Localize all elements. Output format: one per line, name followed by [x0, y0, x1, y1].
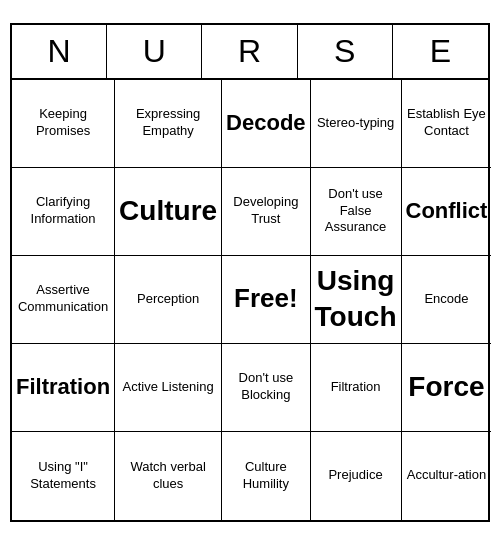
- cell-6: Culture: [115, 168, 222, 256]
- header-letter-R: R: [202, 25, 297, 78]
- cell-9: Conflict: [402, 168, 492, 256]
- header-letter-E: E: [393, 25, 488, 78]
- cell-2: Decode: [222, 80, 310, 168]
- cell-1: Expressing Empathy: [115, 80, 222, 168]
- cell-24: Accultur-ation: [402, 432, 492, 520]
- cell-20: Using "I" Statements: [12, 432, 115, 520]
- cell-23: Prejudice: [311, 432, 402, 520]
- cell-14: Encode: [402, 256, 492, 344]
- cell-19: Force: [402, 344, 492, 432]
- cell-7: Developing Trust: [222, 168, 310, 256]
- cell-0: Keeping Promises: [12, 80, 115, 168]
- cell-12: Free!: [222, 256, 310, 344]
- cell-10: Assertive Communication: [12, 256, 115, 344]
- cell-15: Filtration: [12, 344, 115, 432]
- cell-21: Watch verbal clues: [115, 432, 222, 520]
- cell-8: Don't use False Assurance: [311, 168, 402, 256]
- header-letter-N: N: [12, 25, 107, 78]
- cell-22: Culture Humility: [222, 432, 310, 520]
- cell-18: Filtration: [311, 344, 402, 432]
- header-letter-S: S: [298, 25, 393, 78]
- cell-17: Don't use Blocking: [222, 344, 310, 432]
- bingo-card: NURSE Keeping PromisesExpressing Empathy…: [10, 23, 490, 522]
- cell-16: Active Listening: [115, 344, 222, 432]
- cell-4: Establish Eye Contact: [402, 80, 492, 168]
- header-letter-U: U: [107, 25, 202, 78]
- cell-5: Clarifying Information: [12, 168, 115, 256]
- cell-13: Using Touch: [311, 256, 402, 344]
- cell-11: Perception: [115, 256, 222, 344]
- header-row: NURSE: [12, 25, 488, 80]
- bingo-grid: Keeping PromisesExpressing EmpathyDecode…: [12, 80, 488, 520]
- cell-3: Stereo-typing: [311, 80, 402, 168]
